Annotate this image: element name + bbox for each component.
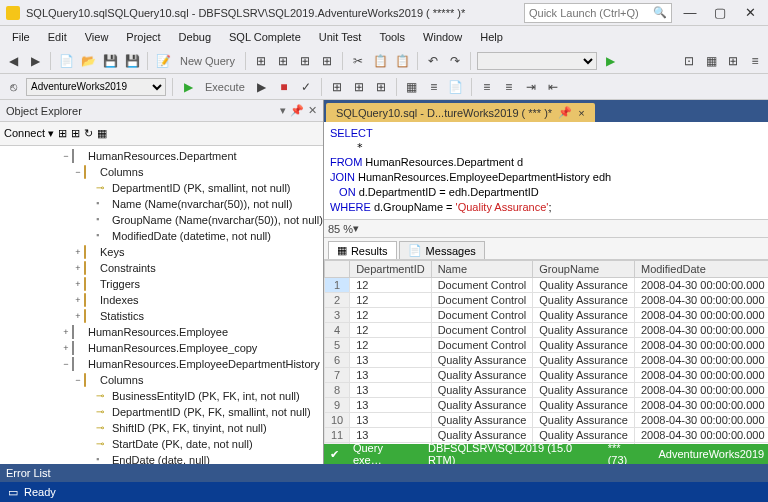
config-select[interactable]	[477, 52, 597, 70]
close-button[interactable]: ✕	[738, 3, 762, 23]
error-list-tab[interactable]: Error List	[0, 464, 768, 482]
expand-icon[interactable]: −	[60, 151, 72, 161]
cell[interactable]: Quality Assurance	[533, 368, 635, 383]
paste-icon[interactable]: 📋	[393, 52, 411, 70]
column-header[interactable]: DepartmentID	[350, 261, 431, 278]
table-row[interactable]: 312Document ControlQuality Assurance2008…	[324, 308, 768, 323]
row-number[interactable]: 3	[324, 308, 349, 323]
minimize-button[interactable]: —	[678, 3, 702, 23]
expand-icon[interactable]: +	[72, 295, 84, 305]
table-row[interactable]: 613Quality AssuranceQuality Assurance200…	[324, 353, 768, 368]
expand-icon[interactable]: +	[72, 311, 84, 321]
tree-node[interactable]: ⊸DepartmentID (PK, FK, smallint, not nul…	[0, 404, 323, 420]
row-number[interactable]: 4	[324, 323, 349, 338]
cell[interactable]: 2008-04-30 00:00:00.000	[634, 338, 768, 353]
cell[interactable]: 2008-04-30 00:00:00.000	[634, 428, 768, 443]
new-query-icon[interactable]: 📝	[154, 52, 172, 70]
cell[interactable]: 12	[350, 338, 431, 353]
cell[interactable]: 2008-04-30 00:00:00.000	[634, 323, 768, 338]
cell[interactable]: Quality Assurance	[431, 413, 533, 428]
menu-debug[interactable]: Debug	[171, 29, 219, 45]
tb-icon-1[interactable]: ⊞	[252, 52, 270, 70]
menu-sqlcomplete[interactable]: SQL Complete	[221, 29, 309, 45]
new-project-icon[interactable]: 📄	[57, 52, 75, 70]
table-row[interactable]: 813Quality AssuranceQuality Assurance200…	[324, 383, 768, 398]
oe-tb-icon-1[interactable]: ⊞	[58, 127, 67, 140]
execute-icon[interactable]: ▶	[179, 78, 197, 96]
quick-launch[interactable]: 🔍	[524, 3, 672, 23]
tb-right-2[interactable]: ▦	[702, 52, 720, 70]
cell[interactable]: Quality Assurance	[533, 293, 635, 308]
cell[interactable]: Document Control	[431, 293, 533, 308]
cell[interactable]: 13	[350, 353, 431, 368]
cell[interactable]: 2008-04-30 00:00:00.000	[634, 308, 768, 323]
opts-icon[interactable]: ⊞	[372, 78, 390, 96]
tb-icon-4[interactable]: ⊞	[318, 52, 336, 70]
cell[interactable]: 13	[350, 413, 431, 428]
execute-button[interactable]: Execute	[201, 81, 249, 93]
row-number[interactable]: 6	[324, 353, 349, 368]
table-row[interactable]: 1013Quality AssuranceQuality Assurance20…	[324, 413, 768, 428]
comment-icon[interactable]: ≡	[478, 78, 496, 96]
uncomment-icon[interactable]: ≡	[500, 78, 518, 96]
cell[interactable]: Document Control	[431, 278, 533, 293]
cell[interactable]: Quality Assurance	[533, 353, 635, 368]
row-number[interactable]: 7	[324, 368, 349, 383]
row-number[interactable]: 10	[324, 413, 349, 428]
cell[interactable]: Quality Assurance	[533, 413, 635, 428]
row-number[interactable]: 1	[324, 278, 349, 293]
database-selector[interactable]: AdventureWorks2019	[26, 78, 166, 96]
tree-node[interactable]: ⊸BusinessEntityID (PK, FK, int, not null…	[0, 388, 323, 404]
tree-node[interactable]: −Columns	[0, 164, 323, 180]
cell[interactable]: 2008-04-30 00:00:00.000	[634, 293, 768, 308]
column-header[interactable]: ModifiedDate	[634, 261, 768, 278]
cell[interactable]: 13	[350, 428, 431, 443]
pin-icon[interactable]: 📌	[290, 104, 304, 117]
cell[interactable]: 12	[350, 278, 431, 293]
tree-node[interactable]: ⊸DepartmentID (PK, smallint, not null)	[0, 180, 323, 196]
expand-icon[interactable]: +	[60, 343, 72, 353]
expand-icon[interactable]: +	[72, 247, 84, 257]
document-tab-active[interactable]: SQLQuery10.sql - D...tureWorks2019 ( ***…	[326, 103, 595, 122]
oe-filter-icon[interactable]: ▦	[97, 127, 107, 140]
table-row[interactable]: 713Quality AssuranceQuality Assurance200…	[324, 368, 768, 383]
object-explorer-tree[interactable]: −HumanResources.Department−Columns⊸Depar…	[0, 146, 323, 464]
indent-icon[interactable]: ⇥	[522, 78, 540, 96]
cell[interactable]: 12	[350, 293, 431, 308]
undo-icon[interactable]: ↶	[424, 52, 442, 70]
nav-back-icon[interactable]: ◀	[4, 52, 22, 70]
debug-icon[interactable]: ▶	[253, 78, 271, 96]
tree-node[interactable]: +Constraints	[0, 260, 323, 276]
tree-node[interactable]: ▪ModifiedDate (datetime, not null)	[0, 228, 323, 244]
cell[interactable]: Quality Assurance	[533, 428, 635, 443]
cell[interactable]: 2008-04-30 00:00:00.000	[634, 353, 768, 368]
cell[interactable]: Quality Assurance	[431, 368, 533, 383]
save-all-icon[interactable]: 💾	[123, 52, 141, 70]
cell[interactable]: 2008-04-30 00:00:00.000	[634, 398, 768, 413]
cell[interactable]: Document Control	[431, 323, 533, 338]
menu-edit[interactable]: Edit	[40, 29, 75, 45]
table-row[interactable]: 112Document ControlQuality Assurance2008…	[324, 278, 768, 293]
zoom-dropdown-icon[interactable]: ▾	[353, 222, 359, 235]
cell[interactable]: Quality Assurance	[533, 278, 635, 293]
results-text-icon[interactable]: ≡	[425, 78, 443, 96]
results-grid[interactable]: DepartmentIDNameGroupNameModifiedDateBus…	[324, 260, 768, 444]
expand-icon[interactable]: +	[60, 327, 72, 337]
dropdown-icon[interactable]: ▾	[280, 104, 286, 117]
tree-node[interactable]: ▪Name (Name(nvarchar(50)), not null)	[0, 196, 323, 212]
sql-editor[interactable]: SELECT * FROM HumanResources.Department …	[324, 122, 768, 220]
cell[interactable]: Quality Assurance	[431, 428, 533, 443]
cell[interactable]: Quality Assurance	[431, 383, 533, 398]
results-file-icon[interactable]: 📄	[447, 78, 465, 96]
cell[interactable]: 13	[350, 383, 431, 398]
menu-window[interactable]: Window	[415, 29, 470, 45]
cell[interactable]: 2008-04-30 00:00:00.000	[634, 413, 768, 428]
new-query-button[interactable]: New Query	[176, 55, 239, 67]
tree-node[interactable]: ⊸StartDate (PK, date, not null)	[0, 436, 323, 452]
table-row[interactable]: 412Document ControlQuality Assurance2008…	[324, 323, 768, 338]
column-header[interactable]	[324, 261, 349, 278]
maximize-button[interactable]: ▢	[708, 3, 732, 23]
copy-icon[interactable]: 📋	[371, 52, 389, 70]
oe-refresh-icon[interactable]: ↻	[84, 127, 93, 140]
zoom-level[interactable]: 85 %	[328, 223, 353, 235]
